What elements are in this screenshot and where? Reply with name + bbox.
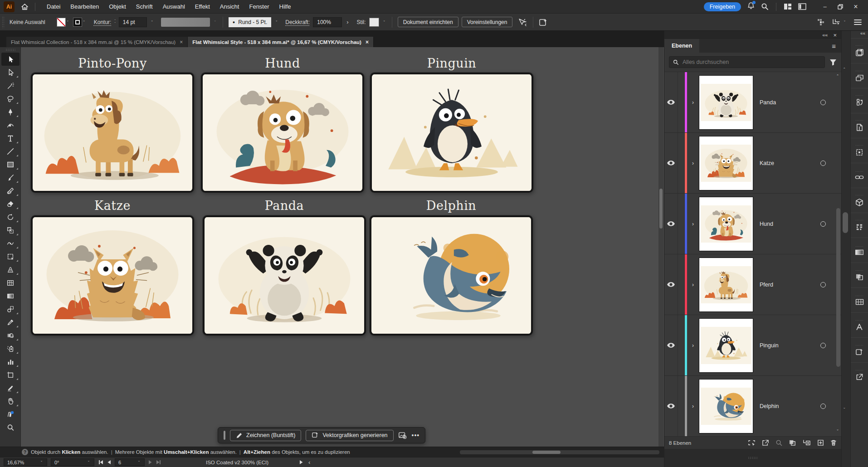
generate-vectors-button[interactable]: Vektorgrafiken generieren: [306, 430, 393, 441]
menu-auswahl[interactable]: Auswahl: [158, 0, 190, 14]
dock-document-info-panel[interactable]: [851, 113, 868, 138]
locate-layer-icon[interactable]: [775, 439, 782, 446]
expand-layer-icon[interactable]: ›: [687, 282, 699, 288]
home-button[interactable]: [21, 3, 29, 10]
fill-color-control[interactable]: ˇ: [57, 18, 70, 27]
dock-pages-panel[interactable]: [851, 63, 868, 88]
artboard-delphin[interactable]: [370, 215, 533, 336]
visibility-toggle[interactable]: [664, 376, 678, 436]
lock-toggle[interactable]: [678, 133, 685, 193]
select-similar-icon[interactable]: [517, 18, 527, 26]
target-circle-icon[interactable]: [820, 343, 826, 348]
vertical-scrollbar[interactable]: [658, 47, 663, 447]
layer-thumbnail[interactable]: [699, 379, 753, 433]
restore-button[interactable]: [833, 0, 848, 14]
stroke-width-stepper[interactable]: ˆˇ: [114, 19, 115, 25]
new-sublayer-icon[interactable]: [803, 439, 811, 446]
share-button[interactable]: Freigeben: [704, 2, 741, 11]
panel-resize-grip[interactable]: [748, 457, 758, 459]
close-tab-icon[interactable]: ×: [180, 39, 183, 45]
minimize-button[interactable]: –: [817, 0, 833, 14]
visibility-toggle[interactable]: [664, 133, 678, 193]
visibility-toggle[interactable]: [664, 72, 678, 132]
chevron-down-icon[interactable]: ˇ: [843, 20, 847, 24]
visibility-toggle[interactable]: [664, 194, 678, 254]
tool-curvature[interactable]: [1, 118, 20, 131]
controlbar-grip[interactable]: [2, 16, 5, 28]
layer-thumbnail[interactable]: [699, 136, 753, 190]
filter-icon[interactable]: [829, 59, 837, 66]
touch-workspace-icon[interactable]: [817, 19, 824, 26]
color-profile-status[interactable]: ISO Coated v2 300% (ECI): [206, 460, 268, 465]
collapse-panel-icon[interactable]: ««: [822, 32, 828, 38]
tool-free-transform[interactable]: [1, 250, 20, 263]
tool-rectangle[interactable]: [1, 158, 20, 171]
layer-row-katze[interactable]: › Katze: [664, 133, 841, 194]
tool-shaper[interactable]: [1, 184, 20, 197]
target-circle-icon[interactable]: [820, 221, 826, 227]
visibility-toggle[interactable]: [664, 315, 678, 375]
target-circle-icon[interactable]: [820, 404, 826, 409]
menu-ansicht[interactable]: Ansicht: [215, 0, 244, 14]
layer-thumbnail[interactable]: [699, 197, 753, 251]
workspace-layout-icon[interactable]: [784, 3, 792, 10]
clipping-mask-icon[interactable]: [789, 439, 796, 446]
menu-effekt[interactable]: Effekt: [190, 0, 215, 14]
document-setup-button[interactable]: Dokument einrichten: [398, 17, 458, 27]
expand-layer-icon[interactable]: ›: [687, 99, 699, 106]
dock-align-panel[interactable]: [851, 213, 868, 238]
preferences-button[interactable]: Voreinstellungen: [462, 17, 513, 27]
lock-toggle[interactable]: [678, 194, 685, 254]
chevron-down-icon[interactable]: ˇ: [213, 20, 217, 24]
next-artboard-icon[interactable]: [148, 460, 152, 465]
dock-asset-export-panel[interactable]: [851, 88, 868, 113]
chevron-down-icon[interactable]: ˇ: [150, 20, 154, 24]
tool-shape-builder[interactable]: [1, 329, 20, 342]
horizontal-scrollbar[interactable]: [460, 450, 659, 454]
lock-toggle[interactable]: [678, 254, 685, 315]
stroke-panel-link[interactable]: Kontur:: [94, 19, 112, 25]
last-artboard-icon[interactable]: [156, 460, 161, 465]
scroll-up-icon[interactable]: ˆ: [837, 74, 839, 79]
expand-panels-icon[interactable]: ««: [860, 31, 868, 38]
tool-mesh[interactable]: [1, 276, 20, 289]
brush-definition-dropdown[interactable]: ● Rund - 5 Pt.: [229, 17, 271, 27]
layer-row-hund[interactable]: › Hund: [664, 194, 841, 254]
illustrator-logo[interactable]: Ai: [4, 1, 15, 12]
search-icon[interactable]: [761, 3, 769, 10]
document-tab-collection[interactable]: Flat Whimsical Collection - 518 x 384 mm…: [6, 37, 188, 47]
menu-hilfe[interactable]: Hilfe: [274, 0, 296, 14]
layers-scrollbar-thumb[interactable]: [836, 208, 840, 367]
rotation-dropdown[interactable]: 0°ˇ: [51, 458, 94, 466]
tool-lasso[interactable]: [1, 92, 20, 105]
dock-gradient-panel[interactable]: [851, 238, 868, 263]
expand-layer-icon[interactable]: ›: [687, 160, 699, 166]
collect-for-export-icon[interactable]: [762, 439, 769, 446]
tool-rotate[interactable]: [1, 210, 20, 224]
chevron-down-icon[interactable]: ˇ: [382, 20, 386, 24]
stroke-color-control[interactable]: ˇ: [73, 18, 86, 27]
tool-symbol-sprayer[interactable]: [1, 342, 20, 355]
taskbar-more-icon[interactable]: •••: [412, 432, 420, 439]
menu-datei[interactable]: Datei: [42, 0, 65, 14]
search-input[interactable]: [683, 59, 821, 65]
layer-name[interactable]: Panda: [753, 99, 820, 106]
panel-menu-icon[interactable]: ≡: [832, 39, 841, 53]
scroll-down-icon[interactable]: ˇ: [844, 407, 845, 413]
snap-options-icon[interactable]: [832, 19, 841, 26]
vertical-scrollbar-thumb[interactable]: [659, 189, 663, 229]
layer-thumbnail[interactable]: [699, 75, 753, 130]
tool-perspective-grid[interactable]: [1, 263, 20, 276]
dock-swatches-panel[interactable]: [851, 287, 868, 312]
tool-slice[interactable]: [1, 381, 20, 394]
layer-name[interactable]: Katze: [753, 160, 820, 166]
scroll-up-icon[interactable]: ˆ: [844, 67, 845, 73]
panel-resize-area[interactable]: [664, 449, 841, 467]
stroke-width-field[interactable]: 14 pt: [119, 17, 147, 27]
expand-layer-icon[interactable]: ›: [687, 221, 699, 227]
tool-column-graph[interactable]: [1, 355, 20, 368]
new-layer-icon[interactable]: [817, 439, 824, 446]
visibility-toggle[interactable]: [664, 254, 678, 315]
tool-width[interactable]: [1, 237, 20, 250]
tool-eraser[interactable]: [1, 197, 20, 210]
